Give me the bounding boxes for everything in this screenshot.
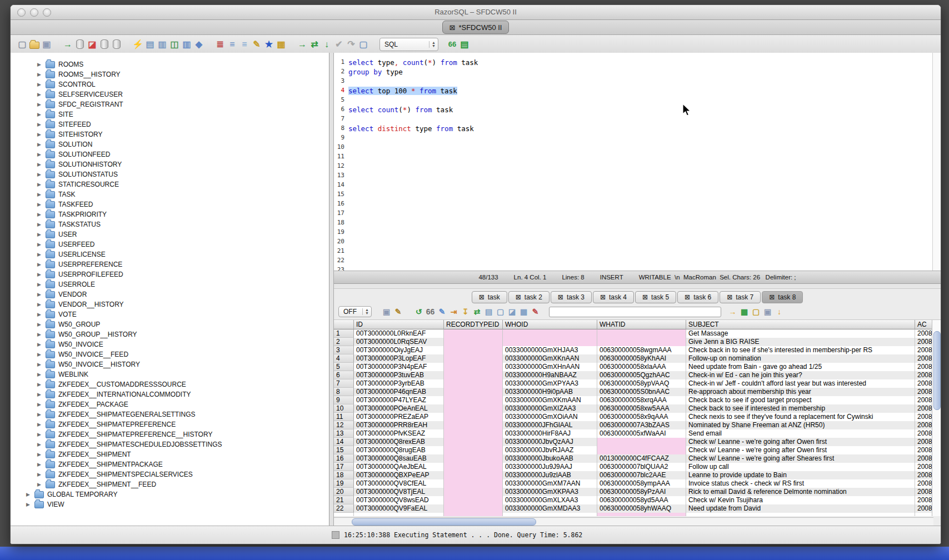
cell-recordtypeid[interactable]: [444, 338, 503, 346]
cell-whoid[interactable]: 0033000000JFhGlAAL: [503, 421, 597, 429]
row-number-cell[interactable]: 2: [334, 338, 354, 346]
row-number-cell[interactable]: 4: [334, 354, 354, 363]
sidebar-item-taskfeed[interactable]: ▶TASKFEED: [11, 199, 329, 209]
view-quotes-icon[interactable]: 66: [424, 306, 436, 318]
table-row[interactable]: 1600T3000000Q8sauEAB0033000000JbukoAAB00…: [334, 454, 933, 463]
row-number-cell[interactable]: 1: [334, 329, 354, 338]
export-table-icon[interactable]: [74, 38, 86, 51]
expand-arrow-icon[interactable]: ▶: [37, 362, 42, 367]
document-tab[interactable]: ⊠ *SFDCW50 II: [442, 21, 510, 34]
cell-whatid[interactable]: 00630000005xfWaAAI: [597, 429, 686, 438]
table-row[interactable]: 800T3000000P46qnEAB0033000000H9i0pAAB006…: [334, 388, 933, 396]
insert-row-icon[interactable]: ↧: [459, 306, 471, 318]
result-tab-task-8[interactable]: ⊠task 8: [762, 291, 803, 303]
cell-whoid[interactable]: 0033000000GmXKnAAN: [503, 354, 597, 363]
cell-ac[interactable]: 2008: [915, 446, 933, 454]
close-tab-icon[interactable]: ⊠: [685, 293, 690, 301]
table-row[interactable]: 2200T3000000QV9FaEAL0033000000GmXMDAA300…: [334, 504, 933, 513]
column-header-ac[interactable]: AC: [915, 320, 933, 329]
expand-arrow-icon[interactable]: ▶: [37, 452, 42, 457]
close-window-button[interactable]: [17, 8, 26, 17]
expand-arrow-icon[interactable]: ▶: [37, 392, 42, 397]
cell-recordtypeid[interactable]: [444, 329, 503, 338]
row-number-cell[interactable]: 5: [334, 363, 354, 371]
close-tab-icon[interactable]: ⊠: [516, 293, 521, 301]
row-number-cell[interactable]: 17: [334, 463, 354, 471]
cell-whatid[interactable]: 006300000058ympAAA: [597, 479, 686, 488]
table-row[interactable]: 1100T3000000PREZaEAP0033000000GmXOiAAN00…: [334, 413, 933, 421]
sidebar-item-userprofilefeed[interactable]: ▶USERPROFILEFEED: [11, 269, 329, 279]
save-results-icon[interactable]: ▣: [381, 306, 392, 318]
cell-ac[interactable]: 2008: [915, 396, 933, 404]
sql-code-area[interactable]: select type, count(*) from taskgroup by …: [348, 53, 941, 271]
cell-whoid[interactable]: 0033000000GmXOiAAN: [503, 413, 597, 421]
edit-results-icon[interactable]: ✎: [392, 306, 404, 318]
cell-whatid[interactable]: 006300000058xrqAAA: [597, 396, 686, 404]
row-number-cell[interactable]: 14: [334, 438, 354, 446]
cell-ac[interactable]: 2008: [915, 504, 933, 513]
expand-arrow-icon[interactable]: ▶: [37, 102, 42, 107]
cell-whatid[interactable]: 006300000058x9qAAA: [597, 413, 686, 421]
cell-ac[interactable]: 2008: [915, 388, 933, 396]
table-row[interactable]: 2100T3000000QV8wsEAD0033000000GmXLXAA300…: [334, 496, 933, 504]
cell-whatid[interactable]: 006300000058yKhAAI: [597, 354, 686, 363]
download-icon[interactable]: ↓: [773, 306, 785, 318]
cell-recordtypeid[interactable]: [444, 446, 503, 454]
table-row[interactable]: 1300T3000000PfvKSEAZ0033000000HirF8AAJ00…: [334, 429, 933, 438]
expand-arrow-icon[interactable]: ▶: [37, 312, 42, 317]
cell-whatid[interactable]: 00630000005S0bnAAC: [597, 388, 686, 396]
cell-ac[interactable]: 2008: [915, 338, 933, 346]
expand-arrow-icon[interactable]: ▶: [37, 172, 42, 177]
sidebar-item-userlicense[interactable]: ▶USERLICENSE: [11, 249, 329, 259]
describe-table-icon[interactable]: ▤: [144, 38, 156, 51]
sidebar-item-site[interactable]: ▶SITE: [11, 109, 329, 119]
database-icon[interactable]: [111, 38, 123, 51]
expand-arrow-icon[interactable]: ▶: [37, 122, 42, 127]
expand-arrow-icon[interactable]: ▶: [37, 162, 42, 167]
table-row[interactable]: 400T3000000P3LopEAF0033000000GmXKnAAN006…: [334, 354, 933, 363]
cell-id[interactable]: 00T3000000QV8CfEAL: [354, 479, 444, 488]
sidebar-item-rooms-history[interactable]: ▶ROOMS__HISTORY: [11, 69, 329, 79]
table-row[interactable]: 1200T3000000PRR8rEAH0033000000JFhGlAAL00…: [334, 421, 933, 429]
expand-arrow-icon[interactable]: ▶: [37, 432, 42, 437]
close-tab-icon[interactable]: ⊠: [727, 293, 732, 301]
cell-id[interactable]: 00T3000000PfvKSEAZ: [354, 429, 444, 438]
cell-subject[interactable]: Check-in w/ Ed - can he join this year?: [686, 371, 915, 379]
cell-whoid[interactable]: 0033000000GmXLXAA3: [503, 496, 597, 504]
cell-recordtypeid[interactable]: [444, 471, 503, 479]
result-tab-task[interactable]: ⊠task: [472, 291, 507, 303]
cell-recordtypeid[interactable]: [444, 379, 503, 388]
close-tab-icon[interactable]: ⊠: [479, 293, 485, 301]
column-header-subject[interactable]: SUBJECT: [686, 320, 915, 329]
cell-subject[interactable]: Check back to see if interested in membe…: [686, 404, 915, 413]
cell-whoid[interactable]: 0033000000GmXKPAA3: [503, 488, 597, 496]
cell-subject[interactable]: Need update from David: [686, 504, 915, 513]
close-tab-icon[interactable]: ⊠: [600, 293, 606, 301]
window-titlebar[interactable]: RazorSQL – SFDCW50 II: [11, 5, 941, 20]
cell-id[interactable]: 00T3000000P47LYEAZ: [354, 396, 444, 404]
run-statement-icon[interactable]: →: [296, 38, 308, 51]
sidebar-item-w50-invoice-history[interactable]: ▶W50_INVOICE__HISTORY: [11, 359, 329, 369]
table-row[interactable]: 300T3000000OiyJgEAJ0033000000GmXHJAA3006…: [334, 346, 933, 354]
sidebar-item-zkfedex-shipment[interactable]: ▶ZKFEDEX__SHIPMENT: [11, 449, 329, 459]
expand-arrow-icon[interactable]: ▶: [37, 352, 42, 357]
cell-subject[interactable]: Check nexis to see if they've found a re…: [686, 413, 915, 421]
cell-subject[interactable]: Check back in to see if she's interested…: [686, 346, 915, 354]
rollback-icon[interactable]: ↷: [345, 38, 357, 51]
cell-id[interactable]: 00T3000000Q8rugEAB: [354, 446, 444, 454]
row-number-cell[interactable]: 18: [334, 471, 354, 479]
cell-whoid[interactable]: 0033000000Ju9zlAAB: [503, 471, 597, 479]
expand-arrow-icon[interactable]: ▶: [37, 412, 42, 417]
result-tab-task-4[interactable]: ⊠task 4: [593, 291, 634, 303]
cell-whatid[interactable]: [597, 438, 686, 446]
cell-ac[interactable]: 2008: [915, 413, 933, 421]
cell-whoid[interactable]: 0033000000GmXHJAA3: [503, 346, 597, 354]
sidebar-item-rooms[interactable]: ▶ROOMS: [11, 59, 329, 69]
vertical-scroll-thumb[interactable]: [933, 331, 941, 410]
cell-whatid[interactable]: 0013000000C4fFCAAZ: [597, 454, 686, 463]
cell-whoid[interactable]: 0033000000HirF8AAJ: [503, 429, 597, 438]
row-number-cell[interactable]: 13: [334, 429, 354, 438]
sidebar-item-w50-invoice-feed[interactable]: ▶W50_INVOICE__FEED: [11, 349, 329, 359]
table-row[interactable]: 1400T3000000Q8rexEAB0033000000JbvQzAAJCh…: [334, 438, 933, 446]
expand-arrow-icon[interactable]: ▶: [37, 242, 42, 247]
